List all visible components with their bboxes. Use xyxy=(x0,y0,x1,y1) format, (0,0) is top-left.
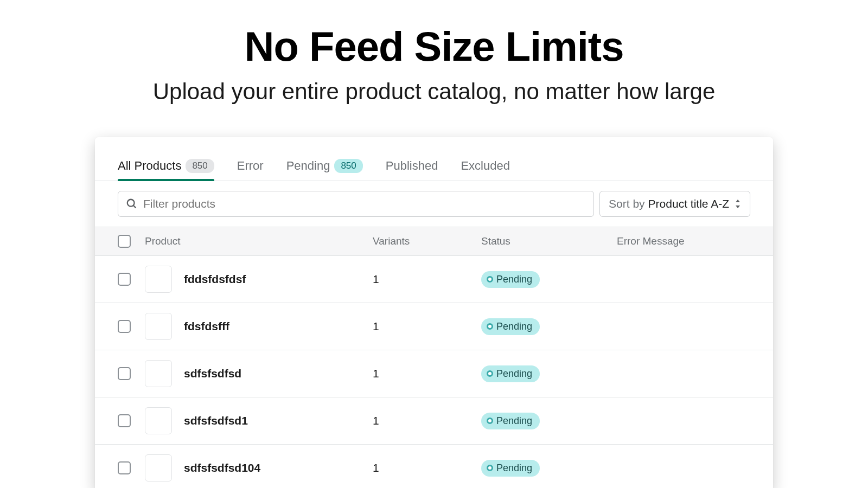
product-name[interactable]: fdsfdsfff xyxy=(184,320,229,333)
tab-label: Published xyxy=(386,159,438,173)
variants-value: 1 xyxy=(373,461,481,474)
table-row: sdfsfsdfsd1Pending xyxy=(95,350,773,397)
tab-count-badge: 850 xyxy=(186,159,214,173)
variants-value: 1 xyxy=(373,320,481,333)
status-text: Pending xyxy=(496,274,532,285)
product-panel: All Products850ErrorPending850PublishedE… xyxy=(95,137,773,488)
tab-pending[interactable]: Pending850 xyxy=(286,153,363,181)
col-header-variants: Variants xyxy=(373,235,481,247)
product-thumbnail xyxy=(145,266,172,293)
select-all-checkbox[interactable] xyxy=(118,235,131,248)
page-subtitle: Upload your entire product catalog, no m… xyxy=(0,79,868,105)
search-input[interactable] xyxy=(138,197,586,210)
col-header-error: Error Message xyxy=(617,235,750,247)
tab-count-badge: 850 xyxy=(334,159,362,173)
table-header: Product Variants Status Error Message xyxy=(95,227,773,256)
row-checkbox[interactable] xyxy=(118,367,131,380)
table-row: fddsfdsfdsf1Pending xyxy=(95,256,773,303)
status-text: Pending xyxy=(496,368,532,380)
sort-value: Product title A-Z xyxy=(648,197,729,210)
sort-label: Sort by xyxy=(609,197,645,210)
table-row: sdfsfsdfsd11Pending xyxy=(95,397,773,445)
svg-point-0 xyxy=(127,200,135,207)
status-dot-icon xyxy=(487,418,493,424)
row-checkbox[interactable] xyxy=(118,461,131,474)
search-icon xyxy=(126,198,138,210)
tab-published[interactable]: Published xyxy=(386,153,438,181)
table-row: sdfsfsdfsd1041Pending xyxy=(95,445,773,488)
search-field[interactable] xyxy=(118,191,594,217)
product-name[interactable]: fddsfdsfdsf xyxy=(184,273,246,286)
product-thumbnail xyxy=(145,407,172,434)
status-badge: Pending xyxy=(481,460,540,477)
status-dot-icon xyxy=(487,465,493,471)
product-name[interactable]: sdfsfsdfsd xyxy=(184,367,241,380)
col-header-product: Product xyxy=(145,235,373,247)
col-header-status: Status xyxy=(481,235,617,247)
tab-error[interactable]: Error xyxy=(237,153,264,181)
product-name[interactable]: sdfsfsdfsd104 xyxy=(184,461,260,474)
status-badge: Pending xyxy=(481,413,540,429)
variants-value: 1 xyxy=(373,273,481,286)
sort-select[interactable]: Sort by Product title A-Z xyxy=(599,191,750,217)
status-dot-icon xyxy=(487,276,493,282)
tab-label: All Products xyxy=(118,159,181,173)
status-dot-icon xyxy=(487,370,493,377)
table-row: fdsfdsfff1Pending xyxy=(95,303,773,350)
product-thumbnail xyxy=(145,360,172,387)
status-badge: Pending xyxy=(481,365,540,382)
row-checkbox[interactable] xyxy=(118,414,131,427)
page-title: No Feed Size Limits xyxy=(0,23,868,70)
status-badge: Pending xyxy=(481,318,540,335)
tab-label: Pending xyxy=(286,159,330,173)
status-text: Pending xyxy=(496,321,532,332)
tabs: All Products850ErrorPending850PublishedE… xyxy=(95,153,773,181)
tab-all-products[interactable]: All Products850 xyxy=(118,153,214,181)
status-badge: Pending xyxy=(481,271,540,288)
table-body: fddsfdsfdsf1Pendingfdsfdsfff1Pendingsdfs… xyxy=(95,256,773,488)
row-checkbox[interactable] xyxy=(118,273,131,286)
tab-label: Excluded xyxy=(461,159,510,173)
variants-value: 1 xyxy=(373,414,481,427)
row-checkbox[interactable] xyxy=(118,320,131,333)
sort-caret-icon xyxy=(735,200,741,208)
svg-line-1 xyxy=(133,206,136,208)
status-text: Pending xyxy=(496,463,532,474)
product-thumbnail xyxy=(145,454,172,481)
tab-excluded[interactable]: Excluded xyxy=(461,153,510,181)
product-name[interactable]: sdfsfsdfsd1 xyxy=(184,414,248,427)
controls-row: Sort by Product title A-Z xyxy=(95,181,773,227)
status-dot-icon xyxy=(487,323,493,330)
product-thumbnail xyxy=(145,313,172,340)
status-text: Pending xyxy=(496,415,532,427)
tab-label: Error xyxy=(237,159,264,173)
variants-value: 1 xyxy=(373,367,481,380)
